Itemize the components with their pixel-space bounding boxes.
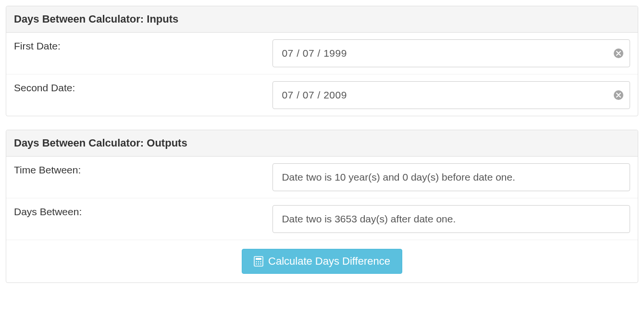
outputs-panel: Days Between Calculator: Outputs Time Be… xyxy=(6,130,638,283)
first-date-input[interactable] xyxy=(272,39,630,67)
second-date-clear-button[interactable] xyxy=(614,90,623,100)
first-date-label: First Date: xyxy=(14,39,272,52)
outputs-header: Days Between Calculator: Outputs xyxy=(6,130,638,157)
days-between-row: Days Between: Date two is 3653 day(s) af… xyxy=(6,198,638,240)
svg-point-4 xyxy=(260,261,261,262)
days-between-label: Days Between: xyxy=(14,205,272,218)
svg-point-6 xyxy=(258,263,259,264)
second-date-row: Second Date: xyxy=(6,74,638,116)
close-icon xyxy=(616,93,621,98)
close-icon xyxy=(616,51,621,56)
svg-point-5 xyxy=(256,263,257,264)
calculator-icon xyxy=(254,256,263,267)
time-between-row: Time Between: Date two is 10 year(s) and… xyxy=(6,157,638,198)
first-date-row: First Date: xyxy=(6,33,638,74)
first-date-clear-button[interactable] xyxy=(614,49,623,58)
svg-point-2 xyxy=(256,261,257,262)
inputs-panel: Days Between Calculator: Inputs First Da… xyxy=(6,6,638,116)
days-between-output: Date two is 3653 day(s) after date one. xyxy=(272,205,630,233)
second-date-label: Second Date: xyxy=(14,81,272,94)
svg-point-3 xyxy=(258,261,259,262)
time-between-output: Date two is 10 year(s) and 0 day(s) befo… xyxy=(272,163,630,191)
calculate-button[interactable]: Calculate Days Difference xyxy=(242,249,402,274)
button-row: Calculate Days Difference xyxy=(6,240,638,282)
time-between-label: Time Between: xyxy=(14,163,272,176)
svg-point-7 xyxy=(260,263,261,264)
calculate-button-label: Calculate Days Difference xyxy=(268,255,390,268)
inputs-header: Days Between Calculator: Inputs xyxy=(6,6,638,33)
second-date-input[interactable] xyxy=(272,81,630,109)
svg-rect-1 xyxy=(256,258,261,260)
